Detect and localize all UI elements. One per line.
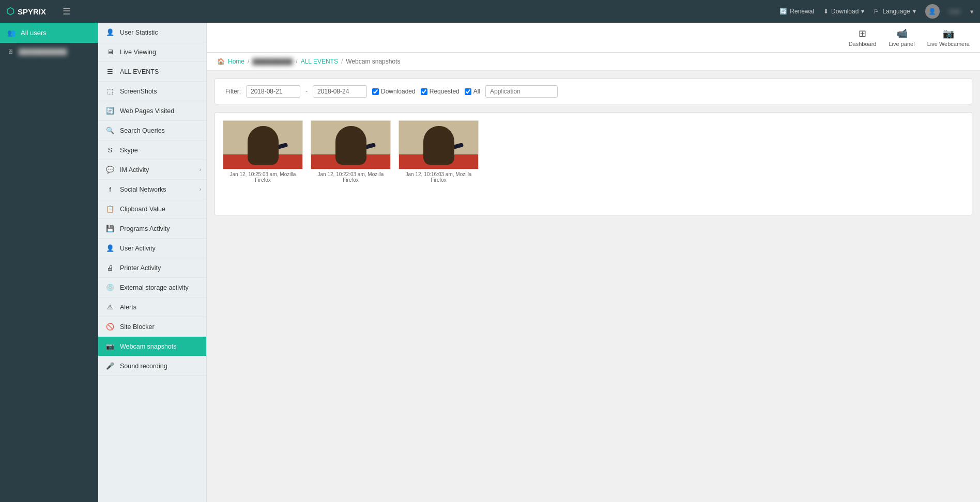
clipboard-value-icon: 📋 [105,205,115,213]
user-chevron-icon: ▾ [970,8,974,15]
sidebar-item-im-activity[interactable]: 💬 IM Activity › [98,160,206,180]
sidebar-item-alerts[interactable]: ⚠ Alerts [98,297,206,317]
live-webcamera-label: Live Webcamera [927,41,970,47]
sidebar-item-user-statistic[interactable]: 👤 User Statistic [98,23,206,42]
navbar-left: ⬡ SPYRIX ☰ [6,6,71,17]
gallery-image-1 [311,120,391,169]
filter-label: Filter: [225,88,241,95]
alerts-label: Alerts [120,304,136,311]
im-activity-chevron-icon: › [200,167,201,172]
dashboard-button[interactable]: ⊞ Dashboard [849,28,877,47]
printer-activity-label: Printer Activity [120,264,161,272]
svg-rect-13 [327,158,378,161]
language-label: Language [882,8,910,15]
sidebar-item-webcam-snapshots[interactable]: 📷 Webcam snapshots [98,337,206,356]
user-statistic-label: User Statistic [120,29,158,36]
requested-label: Requested [430,88,460,95]
sidebar-item-skype[interactable]: S Skype [98,140,206,160]
app-name: SPYRIX [18,7,46,16]
clipboard-value-label: Clipboard Value [120,206,165,213]
renewal-button[interactable]: 🔄 Renewal [779,8,814,15]
home-icon: 🏠 [217,58,225,65]
sidebar-item-programs-activity[interactable]: 💾 Programs Activity [98,219,206,239]
download-icon: ⬇ [823,8,829,15]
downloaded-checkbox[interactable] [372,88,379,95]
gallery-item-2[interactable]: Jan 12, 10:16:03 am, Mozilla Firefox [399,120,479,207]
search-queries-icon: 🔍 [105,127,115,134]
user-avatar[interactable]: 👤 [925,4,940,19]
sidebar-item-user-activity[interactable]: 👤 User Activity [98,239,206,258]
breadcrumb-all-events[interactable]: ALL EVENTS [301,58,338,65]
live-panel-label: Live panel [889,41,915,47]
live-panel-icon: 📹 [896,28,908,39]
sidebar-item-printer-activity[interactable]: 🖨 Printer Activity [98,258,206,278]
user-item[interactable]: 🖥 ████████████ [0,43,98,60]
web-pages-visited-icon: 🔄 [105,107,115,115]
gallery-image-0 [223,120,303,169]
printer-activity-icon: 🖨 [105,264,115,272]
sidebar-item-search-queries[interactable]: 🔍 Search Queries [98,121,206,140]
application-filter-input[interactable] [485,85,558,98]
main-layout: 👥 All users 🖥 ████████████ 👤 User Statis… [0,23,980,502]
content-area: ⊞ Dashboard 📹 Live panel 📷 Live Webcamer… [207,23,980,502]
sidebar-item-clipboard-value[interactable]: 📋 Clipboard Value [98,199,206,219]
sidebar-nav: 👤 User Statistic 🖥 Live Viewing ☰ ALL EV… [98,23,207,502]
live-webcamera-button[interactable]: 📷 Live Webcamera [927,28,970,47]
sidebar-item-screenshots[interactable]: ⬚ ScreenShots [98,82,206,101]
external-storage-activity-label: External storage activity [120,284,189,291]
svg-rect-8 [311,154,391,169]
sidebar-item-social-networks[interactable]: f Social Networks › [98,180,206,199]
svg-rect-20 [415,158,466,161]
download-label: Download [831,8,859,15]
language-button[interactable]: 🏳 Language ▾ [874,8,915,15]
flag-icon: 🏳 [874,8,880,15]
search-queries-label: Search Queries [120,127,165,134]
requested-checkbox[interactable] [421,88,427,95]
gallery-item-1[interactable]: Jan 12, 10:22:03 am, Mozilla Firefox [311,120,391,207]
svg-rect-18 [427,144,451,160]
svg-point-17 [429,126,450,138]
all-users-item[interactable]: 👥 All users [0,23,98,43]
live-viewing-label: Live Viewing [120,49,156,56]
all-checkbox[interactable] [465,88,471,95]
sidebar-item-external-storage-activity[interactable]: 💿 External storage activity [98,278,206,297]
im-activity-label: IM Activity [120,166,149,174]
sidebar-item-site-blocker[interactable]: 🚫 Site Blocker [98,317,206,337]
breadcrumb-home[interactable]: Home [228,58,244,65]
screenshots-label: ScreenShots [120,88,157,95]
downloaded-checkbox-label: Downloaded [372,88,416,95]
renewal-label: Renewal [790,8,814,15]
date-range-dash: - [305,88,308,95]
programs-activity-label: Programs Activity [120,225,170,232]
download-chevron-icon: ▾ [861,8,864,15]
image-gallery: Jan 12, 10:25:03 am, Mozilla Firefox Jan… [215,112,972,215]
svg-rect-4 [252,144,275,160]
sidebar-item-live-viewing[interactable]: 🖥 Live Viewing [98,42,206,62]
download-button[interactable]: ⬇ Download ▾ [823,8,864,15]
requested-checkbox-label: Requested [421,88,460,95]
breadcrumb-sep-2: / [296,58,297,65]
gallery-image-2 [399,120,479,169]
all-events-icon: ☰ [105,68,115,75]
gallery-caption-2: Jan 12, 10:16:03 am, Mozilla Firefox [399,171,479,183]
downloaded-label: Downloaded [381,88,416,95]
gallery-item-0[interactable]: Jan 12, 10:25:03 am, Mozilla Firefox [223,120,303,207]
breadcrumb-current: Webcam snapshots [346,58,400,65]
sidebar-item-sound-recording[interactable]: 🎤 Sound recording [98,356,206,376]
navbar: ⬡ SPYRIX ☰ 🔄 Renewal ⬇ Download ▾ 🏳 Lang… [0,0,980,23]
skype-icon: S [105,146,115,154]
user-statistic-icon: 👤 [105,28,115,36]
content-header: ⊞ Dashboard 📹 Live panel 📷 Live Webcamer… [207,23,980,53]
sidebar-item-web-pages-visited[interactable]: 🔄 Web Pages Visited [98,101,206,121]
sidebar-users: 👥 All users 🖥 ████████████ [0,23,98,502]
sidebar-item-all-events[interactable]: ☰ ALL EVENTS [98,62,206,82]
all-checkbox-label: All [465,88,480,95]
date-to-input[interactable] [313,85,367,98]
date-from-input[interactable] [246,85,300,98]
all-events-label: ALL EVENTS [120,68,159,75]
all-label: All [473,88,480,95]
svg-rect-14 [399,121,479,169]
social-networks-chevron-icon: › [200,186,201,192]
hamburger-icon[interactable]: ☰ [63,6,71,17]
live-panel-button[interactable]: 📹 Live panel [889,28,915,47]
